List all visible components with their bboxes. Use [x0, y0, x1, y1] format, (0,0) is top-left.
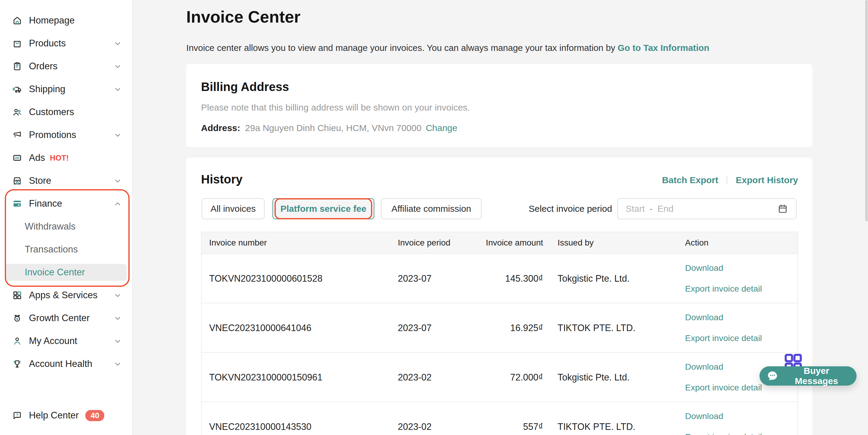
shipping-icon — [12, 84, 22, 94]
row-actions: Download Export invoice detail — [685, 312, 798, 343]
table-row: VNEC202310000143530 2023-02 557₫ TIKTOK … — [202, 402, 798, 435]
invoice-number: TOKVN2023100000601528 — [202, 273, 398, 284]
home-icon — [12, 15, 22, 26]
sidebar-item-homepage[interactable]: Homepage — [0, 9, 132, 32]
tab-affiliate-commission[interactable]: Affiliate commission — [381, 198, 482, 219]
table-row: VNEC202310000641046 2023-07 16.925₫ TIKT… — [202, 303, 798, 352]
download-link[interactable]: Download — [685, 411, 798, 421]
sidebar-item-withdrawals[interactable]: Withdrawals — [0, 215, 132, 238]
export-invoice-detail-link[interactable]: Export invoice detail — [685, 284, 798, 294]
download-link[interactable]: Download — [685, 312, 798, 322]
batch-export-link[interactable]: Batch Export — [662, 175, 718, 185]
sidebar-item-label: Shipping — [29, 84, 65, 95]
sidebar-item-label: Homepage — [29, 15, 75, 26]
invoice-period-date-range-input[interactable]: Start - End — [617, 198, 797, 219]
billing-address-card: Billing Address Please note that this bi… — [186, 64, 812, 147]
finance-icon — [12, 199, 22, 209]
hot-badge: HOT! — [50, 154, 69, 162]
col-issued-by: Issued by — [543, 238, 685, 247]
address-value: 29a Nguyen Dinh Chieu, HCM, VNvn 70000 — [245, 123, 421, 133]
issued-by: TIKTOK PTE. LTD. — [543, 422, 685, 432]
invoice-amount: 72.000₫ — [476, 372, 543, 382]
scrollbar[interactable] — [865, 0, 868, 222]
sidebar-item-account-health[interactable]: Account Health — [0, 353, 132, 375]
table-row: TOKVN2023100000150961 2023-02 72.000₫ To… — [202, 352, 798, 402]
billing-address-row: Address: 29a Nguyen Dinh Chieu, HCM, VNv… — [201, 123, 457, 133]
sidebar-item-label: Transactions — [25, 244, 78, 255]
sidebar-item-shipping[interactable]: Shipping — [0, 78, 132, 101]
invoice-table: Invoice number Invoice period Invoice am… — [201, 232, 798, 435]
col-invoice-amount: Invoice amount — [476, 238, 543, 247]
start-placeholder: Start — [626, 204, 645, 214]
sidebar-item-my-account[interactable]: My Account — [0, 330, 132, 353]
download-link[interactable]: Download — [685, 263, 798, 273]
address-label: Address: — [201, 123, 240, 133]
sidebar-item-products[interactable]: Products — [0, 32, 132, 55]
sidebar-item-label: Ads — [29, 153, 45, 163]
change-address-link[interactable]: Change — [426, 123, 457, 133]
sidebar-item-label: Growth Center — [29, 313, 90, 324]
history-card: History Batch Export Export History All … — [186, 158, 812, 435]
sidebar-item-label: Orders — [29, 61, 58, 72]
sidebar-item-label: Invoice Center — [25, 267, 85, 278]
sidebar-item-label: Withdrawals — [25, 221, 76, 232]
go-to-tax-information-link[interactable]: Go to Tax Information — [618, 43, 709, 53]
page-subtitle: Invoice center allows you to view and ma… — [186, 43, 710, 53]
invoice-number: VNEC202310000143530 — [202, 422, 398, 432]
growth-icon — [12, 313, 22, 323]
export-invoice-detail-link[interactable]: Export invoice detail — [685, 333, 798, 343]
sidebar-item-promotions[interactable]: Promotions — [0, 124, 132, 146]
sidebar-item-label: Promotions — [29, 130, 76, 140]
range-separator: - — [650, 204, 652, 214]
invoice-amount: 557₫ — [476, 422, 543, 432]
tab-all-invoices[interactable]: All invoices — [202, 198, 265, 219]
buyer-messages-button[interactable]: Buyer Messages — [760, 366, 857, 386]
chevron-down-icon — [114, 291, 122, 299]
screen: Homepage Products Orders Shipping Custom… — [0, 0, 868, 435]
sidebar-item-help-center[interactable]: ? Help Center 40 — [0, 405, 132, 425]
row-actions: Download Export invoice detail — [685, 411, 798, 435]
sidebar-item-orders[interactable]: Orders — [0, 55, 132, 78]
billing-address-note: Please note that this billing address wi… — [201, 102, 470, 113]
promotions-icon — [12, 130, 22, 140]
chevron-down-icon — [114, 360, 122, 368]
account-icon — [12, 336, 22, 346]
products-icon — [12, 38, 22, 48]
col-action: Action — [685, 238, 798, 247]
sidebar-item-transactions[interactable]: Transactions — [0, 238, 132, 261]
buyer-messages-label: Buyer Messages — [783, 366, 850, 386]
sidebar-item-label: Finance — [29, 198, 62, 209]
page-title: Invoice Center — [186, 7, 301, 27]
export-links: Batch Export Export History — [662, 175, 798, 185]
sidebar-item-invoice-center[interactable]: Invoice Center — [5, 264, 127, 281]
issued-by: TIKTOK PTE. LTD. — [543, 323, 685, 333]
apps-icon — [12, 290, 22, 300]
sidebar-item-apps-services[interactable]: Apps & Services — [0, 284, 132, 307]
calendar-icon[interactable] — [777, 203, 788, 214]
divider — [727, 176, 727, 184]
tab-platform-service-fee[interactable]: Platform service fee — [273, 198, 374, 219]
sidebar-item-label: Products — [29, 38, 66, 49]
invoice-table-header: Invoice number Invoice period Invoice am… — [202, 232, 798, 253]
sidebar-item-customers[interactable]: Customers — [0, 101, 132, 124]
sidebar-item-store[interactable]: Store — [0, 169, 132, 192]
sidebar-item-growth-center[interactable]: Growth Center — [0, 307, 132, 330]
invoice-number: VNEC202310000641046 — [202, 323, 398, 333]
sidebar-item-finance[interactable]: Finance — [0, 192, 132, 215]
export-invoice-detail-link[interactable]: Export invoice detail — [685, 432, 798, 435]
sidebar-item-label: My Account — [29, 336, 77, 346]
invoice-period: 2023-02 — [398, 372, 476, 382]
chevron-down-icon — [114, 131, 122, 139]
export-history-link[interactable]: Export History — [736, 175, 798, 185]
chevron-down-icon — [114, 177, 122, 185]
help-count-badge: 40 — [85, 410, 104, 421]
invoice-period-label: Select invoice period — [529, 198, 612, 219]
chevron-down-icon — [114, 62, 122, 70]
ads-icon: AD — [12, 153, 22, 163]
sidebar-item-label: Store — [29, 175, 51, 186]
chevron-down-icon — [114, 337, 122, 345]
col-invoice-period: Invoice period — [398, 238, 476, 247]
sidebar-item-ads[interactable]: AD Ads HOT! — [0, 146, 132, 169]
sidebar-nav: Homepage Products Orders Shipping Custom… — [0, 9, 132, 375]
col-invoice-number: Invoice number — [202, 238, 398, 247]
